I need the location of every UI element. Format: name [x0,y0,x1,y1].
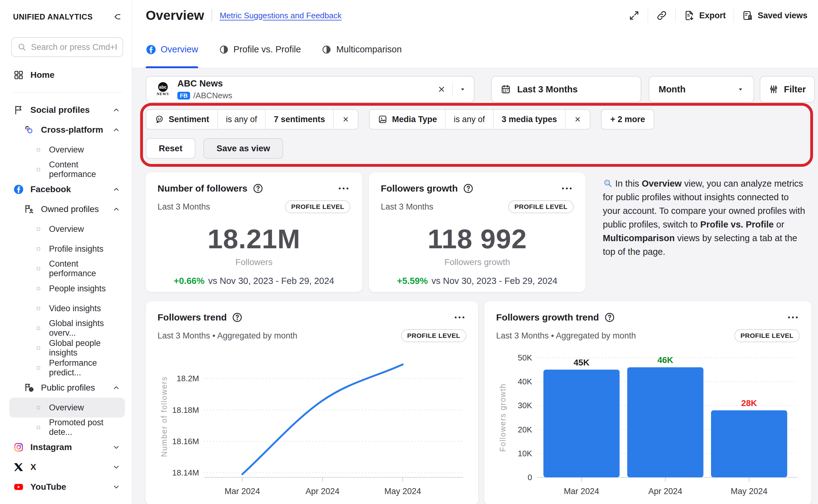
sidebar-item-label: Overview [49,145,84,155]
sidebar-item-label: Overview [49,403,84,413]
expand-icon [629,10,640,21]
view-tabs: OverviewProfile vs. ProfileMulticomparis… [132,31,818,68]
profile-level-badge: PROFILE LEVEL [508,200,574,213]
sidebar-item-promoted-post-detection[interactable]: Promoted post dete... [9,418,125,437]
profile-dropdown-caret[interactable] [459,86,467,93]
filter-chip-value[interactable]: 7 sentiments [266,110,334,129]
followers-growth-trend-card: Followers growth trend Last 3 Months • A… [484,301,811,504]
search-input[interactable] [31,42,117,52]
tab-overview[interactable]: Overview [146,31,198,68]
card-title: Number of followers [157,183,247,194]
help-icon[interactable] [604,312,615,323]
help-icon[interactable] [232,312,243,323]
sidebar-item-instagram[interactable]: Instagram [9,437,125,457]
sidebar-item-youtube[interactable]: YouTube [9,477,125,497]
svg-text:20K: 20K [518,425,533,434]
sidebar-item-label: Overview [49,224,84,234]
sidebar: UNIFIED ANALYTICS HomeSocial profilesCro… [0,0,132,504]
sidebar-item-global-people-insights[interactable]: Global people insights [9,338,125,358]
svg-text:Followers growth: Followers growth [498,383,507,452]
svg-text:May 2024: May 2024 [384,487,421,496]
sidebar-item-label: Facebook [30,184,71,194]
export-icon [684,10,695,21]
sidebar-item-facebook[interactable]: Facebook [9,179,125,199]
aggregation-selector[interactable]: Month [649,76,754,103]
page-title: Overview [146,8,204,23]
sidebar-item-owned-profiles[interactable]: Owned profiles [9,199,125,219]
filter-chip-field[interactable]: Media Type [369,110,446,129]
svg-text:28K: 28K [741,398,757,408]
filter-chip-field[interactable]: Sentiment [146,110,218,129]
profile-selector[interactable]: abc NEWS ABC News FB /ABCNews [146,76,475,103]
help-icon[interactable] [252,183,263,194]
filter-button[interactable]: Filter [760,76,815,103]
date-range-value: Last 3 Months [517,84,578,95]
bullet-icon [37,406,40,409]
sidebar-item-social-profiles[interactable]: Social profiles [9,100,125,120]
tab-label: Multicomparison [336,44,401,55]
sidebar-item-profile-insights[interactable]: Profile insights [9,239,125,259]
sidebar-item-public-profiles[interactable]: Public profiles [9,378,125,398]
sidebar-item-cross-platform-overview[interactable]: Overview [9,140,125,160]
expand-button[interactable] [621,10,648,21]
more-filters-button[interactable]: + 2 more [601,109,654,130]
more-options-icon[interactable] [560,184,574,193]
flag-globe-icon [24,382,35,393]
profile-level-badge: PROFILE LEVEL [734,329,800,342]
sidebar-item-cross-platform-content-performance[interactable]: Content performance [9,160,125,179]
sidebar-item-x[interactable]: X [9,457,125,477]
filter-chip-operator[interactable]: is any of [446,110,494,129]
export-button[interactable]: Export [676,10,734,21]
filter-chip-value[interactable]: 3 media types [494,110,566,129]
sidebar-item-global-insights-overview[interactable]: Global insights overv... [9,318,125,338]
sidebar-item-performance-prediction[interactable]: Performance predict... [9,358,125,378]
card-title: Followers growth [381,183,458,194]
facebook-icon [13,184,24,195]
sidebar-item-cross-platform[interactable]: Cross-platform [9,120,125,140]
more-options-icon[interactable] [453,313,467,322]
filter-icon [768,84,779,95]
date-range-selector[interactable]: Last 3 Months [491,76,641,103]
sidebar-item-content-performance[interactable]: Content performance [9,259,125,279]
profile-level-badge: PROFILE LEVEL [285,200,350,213]
youtube-icon [13,481,24,493]
sidebar-item-people-insights[interactable]: People insights [9,279,125,298]
chevron-up-icon [112,126,121,134]
remove-profile-button[interactable] [437,85,446,94]
filter-chip-remove-button[interactable] [566,110,590,129]
sidebar-item-public-overview[interactable]: Overview [9,398,125,418]
svg-text:18.18M: 18.18M [172,405,199,415]
more-options-icon[interactable] [337,184,350,193]
profile-avatar: abc NEWS [154,80,172,98]
save-as-view-button[interactable]: Save as view [203,138,283,159]
facebook-icon [146,44,156,55]
collapse-sidebar-icon[interactable] [110,11,122,23]
app-brand: UNIFIED ANALYTICS [13,12,93,21]
active-filters-area: Sentimentis any of7 sentimentsMedia Type… [146,109,815,159]
x-logo-icon [13,462,24,473]
copy-link-button[interactable] [648,10,675,21]
sidebar-item-label: Performance predict... [49,358,121,378]
divider [12,92,122,93]
metric-suggestions-link[interactable]: Metric Suggestions and Feedback [219,11,341,20]
reset-filters-button[interactable]: Reset [146,138,195,159]
abc-logo: abc [158,82,168,92]
sidebar-item-owned-overview[interactable]: Overview [9,219,125,239]
help-icon[interactable] [463,183,474,194]
sidebar-item-home[interactable]: Home [9,65,125,85]
cross-platform-icon [24,124,35,135]
more-options-icon[interactable] [786,313,800,322]
filter-chip-operator[interactable]: is any of [218,110,266,129]
tab-profile-vs-profile[interactable]: Profile vs. Profile [219,31,301,68]
saved-views-button[interactable]: Saved views [734,10,816,21]
tab-multicomparison[interactable]: Multicomparison [321,31,401,68]
filter-chips-row: Sentimentis any of7 sentimentsMedia Type… [146,109,815,130]
growth-value: 118 992 [381,223,574,255]
content-area: abc NEWS ABC News FB /ABCNews [132,68,818,504]
sidebar-item-label: Instagram [30,442,72,452]
sidebar-item-label: Promoted post dete... [49,418,121,437]
filter-chip-remove-button[interactable] [334,110,358,129]
sidebar-item-video-insights[interactable]: Video insights [9,298,125,318]
sidebar-search[interactable] [11,37,123,57]
toolbar: abc NEWS ABC News FB /ABCNews [146,76,818,103]
